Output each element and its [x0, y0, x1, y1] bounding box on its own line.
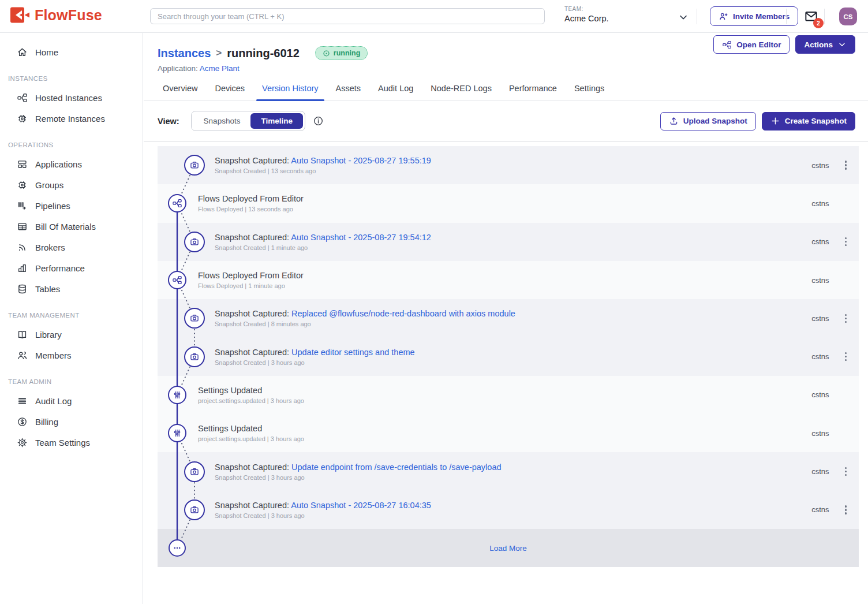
kebab-menu-icon[interactable] — [843, 351, 849, 363]
view-label: View: — [158, 117, 179, 126]
upload-snapshot-button[interactable]: Upload Snapshot — [660, 112, 756, 131]
create-snapshot-button[interactable]: Create Snapshot — [762, 112, 855, 131]
sidebar-item-label: Hosted Instances — [35, 93, 102, 103]
sidebar-item-tables[interactable]: Tables — [0, 278, 143, 299]
search-input[interactable] — [150, 8, 545, 24]
camera-icon — [189, 352, 200, 362]
timeline-row: Flows Deployed From Editor Flows Deploye… — [158, 261, 859, 299]
chip2-icon — [17, 180, 28, 191]
sidebar-item-pipelines[interactable]: Pipelines — [0, 195, 143, 216]
tab-performance[interactable]: Performance — [500, 84, 566, 100]
sidebar-item-groups[interactable]: Groups — [0, 174, 143, 195]
actions-button[interactable]: Actions — [795, 35, 855, 54]
snapshot-link[interactable]: Auto Snapshot - 2025-08-27 16:04:35 — [291, 501, 431, 510]
sidebar-item-home[interactable]: Home — [0, 42, 143, 62]
toggle-snapshots[interactable]: Snapshots — [193, 113, 251, 129]
sidebar-item-label: Pipelines — [35, 201, 70, 211]
sidebar-item-applications[interactable]: Applications — [0, 154, 143, 174]
sidebar-item-label: Performance — [35, 263, 85, 273]
sidebar-section-header: INSTANCES — [0, 75, 143, 82]
sidebar-item-label: Groups — [35, 180, 63, 190]
snapshot-link[interactable]: Update endpoint from /save-credentials t… — [291, 463, 502, 472]
timeline-row-title: Settings Updated — [198, 386, 304, 395]
tab-node-red-logs[interactable]: Node-RED Logs — [422, 84, 500, 100]
flowfuse-logo[interactable]: FlowFuse — [10, 6, 102, 24]
kebab-menu-icon[interactable] — [843, 312, 849, 325]
sidebar-section-header: TEAM ADMIN — [0, 378, 143, 385]
sidebar-item-audit-log[interactable]: Audit Log — [0, 390, 143, 411]
snapshot-link[interactable]: Replaced @flowfuse/node-red-dashboard wi… — [291, 309, 515, 318]
tab-devices[interactable]: Devices — [206, 84, 253, 100]
sliders-icon — [172, 428, 182, 438]
header-divider — [697, 9, 697, 24]
kebab-menu-icon[interactable] — [843, 465, 849, 478]
timeline-row-user: cstns — [811, 199, 829, 208]
snapshot-link[interactable]: Update editor settings and theme — [291, 348, 415, 357]
breadcrumb-separator: > — [216, 47, 222, 59]
sidebar-section-header: TEAM MANAGEMENT — [0, 312, 143, 319]
timeline-row-user: cstns — [811, 237, 829, 246]
timeline-row-meta: Flows Deployed | 13 seconds ago — [198, 206, 304, 212]
tab-settings[interactable]: Settings — [566, 84, 613, 100]
user-avatar[interactable]: CS — [839, 8, 857, 25]
tab-assets[interactable]: Assets — [327, 84, 370, 100]
timeline-row: Snapshot Captured: Auto Snapshot - 2025-… — [158, 146, 859, 184]
sidebar-item-brokers[interactable]: Brokers — [0, 237, 143, 258]
breadcrumb-instances-link[interactable]: Instances — [158, 47, 211, 60]
deploy-icon — [172, 275, 182, 285]
sidebar-item-bill-of-materials[interactable]: Bill Of Materials — [0, 216, 143, 237]
team-label: TEAM: — [564, 6, 609, 12]
db-icon — [17, 284, 28, 294]
timeline-row-title: Flows Deployed From Editor — [198, 271, 304, 280]
timeline-row-meta: Flows Deployed | 1 minute ago — [198, 282, 304, 289]
tab-overview[interactable]: Overview — [154, 84, 206, 100]
sidebar-item-team-settings[interactable]: Team Settings — [0, 432, 143, 453]
load-more-link[interactable]: Load More — [489, 544, 527, 553]
sidebar-item-label: Bill Of Materials — [35, 222, 96, 232]
team-selector[interactable]: TEAM: Acme Corp. — [564, 6, 609, 23]
list-icon — [17, 396, 28, 407]
open-editor-button[interactable]: Open Editor — [713, 35, 790, 54]
tab-audit-log[interactable]: Audit Log — [369, 84, 422, 100]
snapshot-link[interactable]: Auto Snapshot - 2025-08-27 19:54:12 — [291, 233, 431, 242]
chevron-down-icon[interactable] — [678, 12, 689, 23]
timeline-row-meta: Snapshot Created | 8 minutes ago — [215, 320, 515, 327]
sidebar-item-label: Audit Log — [35, 396, 72, 406]
snapshot-link[interactable]: Auto Snapshot - 2025-08-27 19:55:19 — [291, 156, 431, 165]
flow-icon — [17, 92, 28, 103]
timeline-row: Snapshot Captured: Auto Snapshot - 2025-… — [158, 491, 859, 529]
toggle-timeline[interactable]: Timeline — [250, 113, 303, 129]
plus-icon — [770, 116, 780, 126]
chip-icon — [17, 113, 28, 124]
timeline-row-meta: Snapshot Created | 3 hours ago — [215, 474, 502, 481]
sidebar-item-hosted-instances[interactable]: Hosted Instances — [0, 87, 143, 108]
sidebar-item-label: Applications — [35, 159, 82, 169]
sidebar-item-members[interactable]: Members — [0, 345, 143, 366]
sidebar-item-billing[interactable]: Billing — [0, 411, 143, 432]
timeline-row-user: cstns — [811, 429, 829, 438]
bom-icon — [17, 221, 28, 232]
application-link[interactable]: Acme Plant — [200, 64, 240, 73]
timeline-row-title: Snapshot Captured: Auto Snapshot - 2025-… — [215, 233, 431, 242]
kebab-menu-icon[interactable] — [843, 236, 849, 248]
sidebar-item-library[interactable]: Library — [0, 324, 143, 345]
sidebar-item-label: Team Settings — [35, 438, 90, 448]
timeline-row-user: cstns — [811, 161, 829, 170]
flowfuse-logo-icon — [10, 6, 29, 24]
sidebar-item-label: Library — [35, 330, 62, 340]
invite-members-button[interactable]: Invite Members — [710, 6, 798, 26]
sidebar-item-performance[interactable]: Performance — [0, 258, 143, 278]
tab-version-history[interactable]: Version History — [253, 84, 327, 100]
sidebar: Home INSTANCES Hosted Instances Remote I… — [0, 33, 143, 604]
timeline-row-user: cstns — [811, 467, 829, 476]
timeline-row: Settings Updated project.settings.update… — [158, 376, 859, 414]
upload-icon — [669, 116, 679, 126]
header-divider — [786, 9, 787, 24]
sidebar-item-remote-instances[interactable]: Remote Instances — [0, 108, 143, 129]
timeline-row: Snapshot Captured: Auto Snapshot - 2025-… — [158, 223, 859, 261]
camera-icon — [189, 160, 200, 170]
camera-icon — [189, 505, 200, 515]
kebab-menu-icon[interactable] — [843, 159, 849, 171]
info-icon[interactable] — [313, 115, 324, 126]
kebab-menu-icon[interactable] — [843, 504, 849, 516]
